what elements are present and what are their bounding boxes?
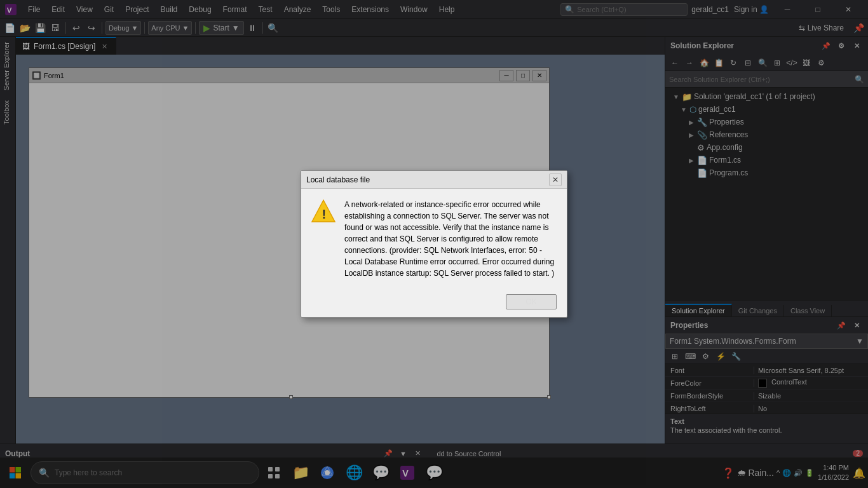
dialog-footer: OK: [301, 289, 567, 317]
svg-text:!: !: [322, 207, 327, 221]
warning-icon: !: [311, 199, 337, 279]
dialog-message: A network-related or instance-specific e…: [344, 199, 557, 279]
modal-overlay: Local database file ✕ ! A network-relate…: [0, 0, 868, 488]
dialog-title-bar: Local database file ✕: [301, 171, 567, 189]
dialog-close-button[interactable]: ✕: [549, 173, 562, 186]
dialog-body: ! A network-related or instance-specific…: [301, 189, 567, 289]
dialog-title: Local database file: [306, 175, 370, 184]
dialog-ok-button[interactable]: OK: [506, 294, 557, 309]
local-database-dialog: Local database file ✕ ! A network-relate…: [301, 170, 567, 318]
